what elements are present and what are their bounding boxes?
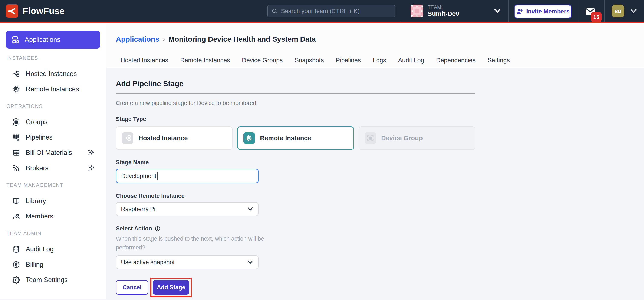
chevron-down-icon — [247, 207, 254, 211]
section-label-operations: OPERATIONS — [6, 103, 106, 109]
tab-remote-instances[interactable]: Remote Instances — [180, 56, 230, 65]
user-menu-chevron-down-icon[interactable] — [630, 8, 637, 14]
select-action-description: When this stage is pushed to the next, w… — [116, 234, 284, 252]
team-chevron-down-icon[interactable] — [494, 8, 501, 14]
chip-icon — [244, 132, 255, 144]
tab-audit-log[interactable]: Audit Log — [398, 56, 424, 65]
book-icon — [12, 197, 20, 205]
add-stage-button[interactable]: Add Stage — [153, 280, 189, 295]
team-selector[interactable]: TEAM: Sumit-Dev — [410, 0, 459, 22]
sidebar-item-hosted-instances[interactable]: Hosted Instances — [0, 66, 106, 81]
stage-type-options: Hosted Instance Remote Instance Device G… — [116, 126, 644, 150]
main-header: Applications › Monitoring Device Health … — [106, 23, 644, 68]
page-title: Monitoring Device Health and System Data — [168, 35, 316, 43]
add-pipeline-stage-form: Add Pipeline Stage Create a new pipeline… — [106, 68, 644, 299]
tab-bar: Hosted Instances Remote Instances Device… — [120, 56, 644, 65]
stage-type-device-group: Device Group — [359, 126, 475, 150]
sidebar-item-bill-of-materials[interactable]: Bill Of Materials — [0, 145, 106, 161]
remote-instance-select[interactable]: Raspberry Pi — [116, 202, 258, 216]
info-icon[interactable] — [154, 226, 160, 232]
section-label-team-management: TEAM MANAGEMENT — [6, 182, 106, 188]
users-icon — [12, 212, 20, 220]
chip-icon — [12, 85, 20, 93]
sidebar: Applications INSTANCES Hosted Instances … — [0, 23, 106, 299]
user-avatar[interactable]: su — [612, 5, 624, 18]
brand-name: FlowFuse — [22, 6, 65, 16]
pipelines-icon — [12, 133, 20, 141]
sidebar-item-remote-instances[interactable]: Remote Instances — [0, 81, 106, 97]
remote-instance-value: Raspberry Pi — [121, 206, 156, 213]
cancel-button[interactable]: Cancel — [116, 280, 148, 295]
device-group-icon — [364, 132, 376, 144]
search-placeholder: Search your team (CTRL + K) — [281, 8, 360, 15]
currency-dollar-icon — [12, 260, 20, 269]
form-description: Create a new pipeline stage for Device t… — [116, 100, 644, 106]
sparkles-icon — [87, 148, 96, 157]
choose-remote-instance-label: Choose Remote Instance — [116, 193, 644, 199]
action-value: Use active snapshot — [121, 259, 175, 266]
stage-type-remote-instance[interactable]: Remote Instance — [237, 126, 354, 150]
device-group-icon — [12, 118, 20, 126]
breadcrumb-applications-link[interactable]: Applications — [116, 35, 159, 43]
top-navbar: FlowFuse Search your team (CTRL + K) TEA… — [0, 0, 644, 23]
stage-type-hosted-instance[interactable]: Hosted Instance — [116, 126, 232, 150]
flowfuse-logo-icon — [6, 5, 18, 18]
notification-badge: 15 — [591, 12, 602, 22]
invite-members-label: Invite Members — [526, 8, 570, 15]
section-label-instances: INSTANCES — [6, 55, 106, 61]
tab-dependencies[interactable]: Dependencies — [436, 56, 476, 65]
user-initials: su — [614, 8, 622, 15]
team-avatar — [410, 5, 423, 18]
tab-pipelines[interactable]: Pipelines — [336, 56, 361, 65]
text-cursor — [157, 172, 158, 180]
team-name: Sumit-Dev — [428, 10, 459, 18]
sidebar-item-label: Applications — [25, 36, 60, 44]
stage-name-input[interactable]: Development — [116, 169, 258, 183]
sidebar-item-members[interactable]: Members — [0, 209, 106, 224]
gear-icon — [12, 276, 20, 284]
sidebar-item-groups[interactable]: Groups — [0, 114, 106, 130]
annotation-highlight-box: Add Stage — [150, 278, 192, 297]
user-plus-icon — [516, 8, 523, 15]
database-icon — [12, 245, 20, 253]
select-action-label: Select Action — [116, 225, 644, 232]
sidebar-item-brokers[interactable]: Brokers — [0, 161, 106, 176]
table-icon — [12, 149, 20, 157]
branch-icon — [122, 132, 133, 144]
tab-device-groups[interactable]: Device Groups — [242, 56, 283, 65]
tab-hosted-instances[interactable]: Hosted Instances — [120, 56, 168, 65]
chevron-down-icon — [247, 260, 254, 265]
sidebar-item-billing[interactable]: Billing — [0, 257, 106, 272]
tab-snapshots[interactable]: Snapshots — [295, 56, 324, 65]
navbar-divider — [402, 0, 402, 22]
sidebar-item-library[interactable]: Library — [0, 193, 106, 209]
search-icon — [272, 8, 278, 14]
team-label: TEAM: — [428, 5, 459, 10]
navbar-divider — [578, 0, 578, 22]
stage-name-value: Development — [121, 173, 156, 180]
navbar-divider — [508, 0, 508, 22]
navbar-divider — [604, 0, 605, 22]
stage-name-label: Stage Name — [116, 159, 644, 166]
breadcrumb: Applications › Monitoring Device Health … — [116, 34, 644, 44]
applications-icon — [12, 35, 20, 44]
stage-type-label: Stage Type — [116, 116, 644, 122]
brand[interactable]: FlowFuse — [6, 0, 65, 22]
branch-icon — [12, 70, 20, 78]
sidebar-item-pipelines[interactable]: Pipelines — [0, 130, 106, 145]
sidebar-item-applications[interactable]: Applications — [6, 31, 100, 49]
divider — [116, 93, 475, 94]
rss-icon — [12, 164, 20, 172]
search-input[interactable]: Search your team (CTRL + K) — [267, 5, 396, 18]
sidebar-item-team-settings[interactable]: Team Settings — [0, 272, 106, 288]
sparkles-icon — [87, 164, 96, 172]
invite-members-button[interactable]: Invite Members — [514, 5, 572, 18]
action-select[interactable]: Use active snapshot — [116, 255, 258, 269]
form-title: Add Pipeline Stage — [116, 79, 644, 88]
tab-logs[interactable]: Logs — [373, 56, 386, 65]
tab-settings[interactable]: Settings — [488, 56, 510, 65]
notifications-button[interactable]: 15 — [585, 7, 604, 22]
breadcrumb-chevron-icon: › — [163, 34, 165, 43]
sidebar-item-audit-log[interactable]: Audit Log — [0, 242, 106, 257]
section-label-team-admin: TEAM ADMIN — [6, 230, 106, 236]
